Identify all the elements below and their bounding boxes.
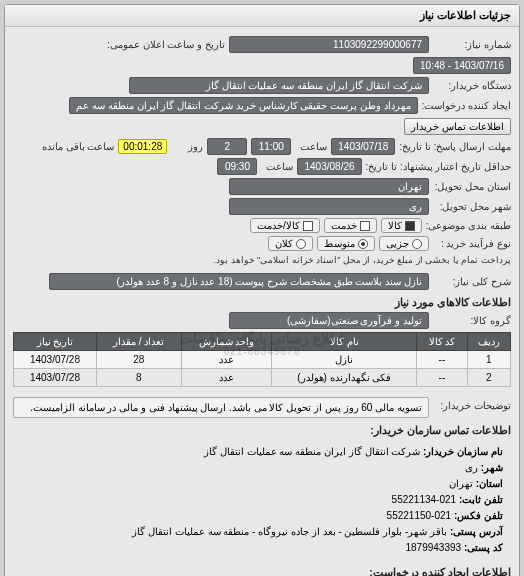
buyer-label: دستگاه خریدار: — [433, 80, 511, 91]
table-header: نام کالا — [272, 333, 417, 351]
table-header: واحد شمارش — [181, 333, 272, 351]
radio-icon — [296, 239, 306, 249]
group-label: گروه کالا: — [433, 315, 511, 326]
group-value: تولید و فرآوری صنعتی(سفارشی) — [229, 312, 429, 329]
buyer-value: شرکت انتقال گاز ایران منطقه سه عملیات ان… — [129, 77, 429, 94]
table-header: کد کالا — [417, 333, 467, 351]
check-icon — [360, 221, 370, 231]
budget-label: طبقه بندی موضوعی: — [426, 220, 511, 231]
contact2-title: اطلاعات ایجاد کننده درخواست: — [13, 566, 511, 576]
etebar-time: 09:30 — [217, 158, 257, 175]
check-icon — [303, 221, 313, 231]
table-header: تاریخ نیاز — [14, 333, 97, 351]
ostan-label: استان محل تحویل: — [433, 181, 511, 192]
type-opt-3[interactable]: کلان — [268, 236, 313, 251]
table-row: 2--فکی نگهدارنده (هولدر)عدد81403/07/28 — [14, 369, 511, 387]
buyer-note-label: توضیحات خریدار: — [433, 400, 511, 411]
contact-buyer-button[interactable]: اطلاعات تماس خریدار — [404, 118, 511, 135]
type-opt-1[interactable]: جزیی — [379, 236, 429, 251]
days-value: 2 — [207, 138, 247, 155]
radio-icon — [358, 239, 368, 249]
table-header: ردیف — [467, 333, 510, 351]
goods-table: ردیفکد کالانام کالاواحد شمارشتعداد / مقد… — [13, 332, 511, 387]
remain-label: ساعت باقی مانده — [42, 141, 115, 152]
buyer-note-text: تسویه مالی 60 روز پس از تحویل کالا می با… — [13, 397, 429, 418]
shahr-label: شهر محل تحویل: — [433, 201, 511, 212]
datetime-value: 1403/07/16 - 10:48 — [413, 57, 511, 74]
desc-label: شرح کلی نیاز: — [433, 276, 511, 287]
type-note: پرداخت تمام یا بخشی از مبلغ خرید، از محل… — [214, 255, 511, 265]
creator-label: ایجاد کننده درخواست: — [422, 100, 511, 111]
saat-label-1: ساعت — [295, 141, 327, 152]
creator-value: مهرداد وطن پرست حقیقی کارشناس خرید شرکت … — [69, 97, 417, 114]
type-label: نوع فرآیند خرید : — [433, 238, 511, 249]
budget-opt-1[interactable]: کالا — [381, 218, 422, 233]
budget-opt-3[interactable]: کالا/خدمت — [250, 218, 320, 233]
table-header: تعداد / مقدار — [96, 333, 181, 351]
goods-title: اطلاعات کالاهای مورد نیاز — [13, 296, 511, 309]
budget-opt-2[interactable]: خدمت — [324, 218, 377, 233]
table-row: 1--نازلعدد281403/07/28 — [14, 351, 511, 369]
contact1-block: نام سازمان خریدار: شرکت انتقال گاز ایران… — [13, 440, 511, 560]
type-opt-2[interactable]: متوسط — [317, 236, 375, 251]
deadline-time: 11:00 — [251, 138, 291, 155]
etebar-date: 1403/08/26 — [297, 158, 361, 175]
contact1-title: اطلاعات تماس سازمان خریدار: — [13, 424, 511, 437]
panel-title: جزئیات اطلاعات نیاز — [5, 5, 519, 27]
shomare-value: 1103092299000677 — [229, 36, 429, 53]
shahr-value: ری — [229, 198, 429, 215]
desc-value: نازل سند بلاست طبق مشخصات شرح پیوست (18 … — [49, 273, 429, 290]
radio-icon — [412, 239, 422, 249]
ostan-value: تهران — [229, 178, 429, 195]
days-label: روز — [171, 141, 203, 152]
check-icon — [405, 221, 415, 231]
deadline-label: مهلت ارسال پاسخ: تا تاریخ: — [399, 141, 511, 152]
saat-label-2: ساعت — [261, 161, 293, 172]
remaining-time: 00:01:28 — [118, 139, 167, 154]
etebar-label: حداقل تاریخ اعتبار پیشنهاد: تا تاریخ: — [366, 161, 511, 172]
datetime-label: تاریخ و ساعت اعلان عمومی: — [105, 39, 225, 50]
shomare-label: شماره نیاز: — [433, 39, 511, 50]
deadline-date: 1403/07/18 — [331, 138, 395, 155]
